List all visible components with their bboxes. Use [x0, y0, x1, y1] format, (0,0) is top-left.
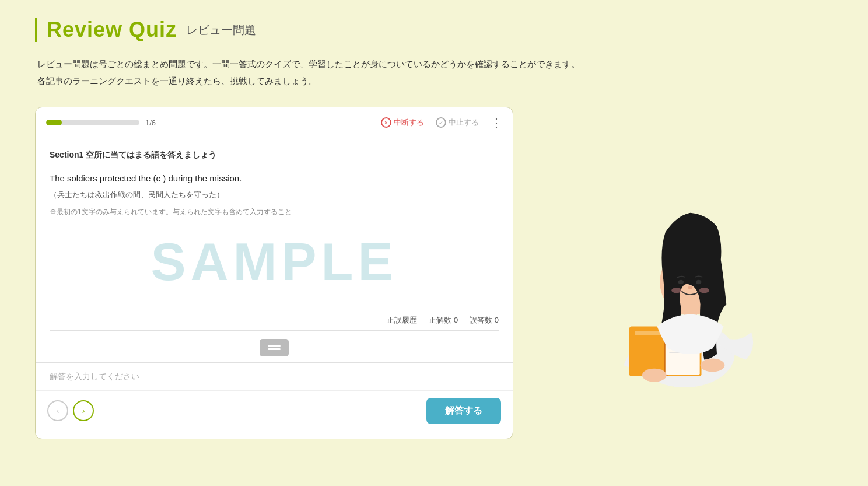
more-button[interactable]: ⋮: [491, 116, 502, 130]
stop-button[interactable]: × 中断する: [381, 117, 424, 128]
page-description: レビュー問題は号ごとの総まとめ問題です。一問一答式のクイズで、学習したことが身に…: [37, 56, 833, 89]
keyboard-icon: [268, 345, 281, 350]
svg-point-6: [699, 288, 709, 293]
question-text-ja: （兵士たちは救出作戦の間、民間人たちを守った）: [50, 190, 499, 200]
correct-count: 正解数 0: [429, 315, 458, 326]
svg-point-16: [642, 369, 667, 382]
prev-button[interactable]: ‹: [47, 400, 68, 421]
pause-icon: ✓: [436, 117, 446, 128]
quiz-body: Section1 空所に当てはまる語を答えましょう The soldiers p…: [36, 138, 513, 315]
stats-row: 正誤履歴 正解数 0 誤答数 0: [36, 315, 513, 326]
sample-watermark: SAMPLE: [150, 232, 397, 292]
description-line1: レビュー問題は号ごとの総まとめ問題です。一問一答式のクイズで、学習したことが身に…: [37, 56, 833, 73]
description-line2: 各記事のラーニングクエストを一通り終えたら、挑戦してみましょう。: [37, 73, 833, 90]
wrong-count: 誤答数 0: [470, 315, 499, 326]
section-label: Section1 空所に当てはまる語を答えましょう: [50, 150, 499, 160]
pause-label: 中止する: [449, 117, 479, 128]
nav-left: ‹ ›: [47, 400, 94, 421]
hint-text: ※最初の1文字のみ与えられています。与えられた文字も含めて入力すること: [50, 207, 499, 217]
progress-text: 1/6: [145, 118, 156, 127]
page-header: Review Quiz レビュー問題: [35, 18, 833, 42]
page-subtitle: レビュー問題: [186, 22, 256, 38]
submit-button[interactable]: 解答する: [426, 398, 501, 424]
svg-point-5: [671, 288, 681, 293]
progress-left: 1/6: [46, 118, 156, 127]
svg-rect-15: [635, 331, 663, 335]
quiz-footer: ‹ › 解答する: [36, 390, 513, 431]
sample-area: SAMPLE: [50, 222, 499, 303]
stop-label: 中断する: [394, 117, 424, 128]
keyboard-btn-area: [36, 335, 513, 362]
reading-illustration: [574, 177, 796, 398]
progress-right: × 中断する ✓ 中止する ⋮: [381, 116, 502, 130]
keyboard-toggle-button[interactable]: [260, 339, 289, 356]
svg-point-17: [701, 359, 725, 372]
answer-input-area[interactable]: 解答を入力してください: [36, 362, 513, 390]
stats-divider: [50, 330, 499, 331]
question-text-en: The soldiers protected the (c ) during t…: [50, 171, 499, 186]
stop-icon: ×: [381, 117, 391, 128]
progress-fill: [46, 120, 62, 125]
main-content: 1/6 × 中断する ✓ 中止する ⋮ Section1 空所に当てはまる語を答…: [35, 107, 833, 439]
history-label: 正誤履歴: [387, 315, 417, 326]
progress-track: [46, 120, 139, 125]
progress-bar-area: 1/6 × 中断する ✓ 中止する ⋮: [36, 107, 513, 138]
pause-button[interactable]: ✓ 中止する: [436, 117, 479, 128]
svg-point-2: [678, 280, 684, 285]
page-title: Review Quiz: [47, 18, 177, 42]
next-button[interactable]: ›: [73, 400, 94, 421]
answer-placeholder: 解答を入力してください: [50, 372, 139, 381]
svg-point-4: [688, 286, 693, 289]
illustration-area: [537, 107, 833, 398]
quiz-card: 1/6 × 中断する ✓ 中止する ⋮ Section1 空所に当てはまる語を答…: [35, 107, 513, 439]
svg-point-3: [696, 280, 702, 285]
